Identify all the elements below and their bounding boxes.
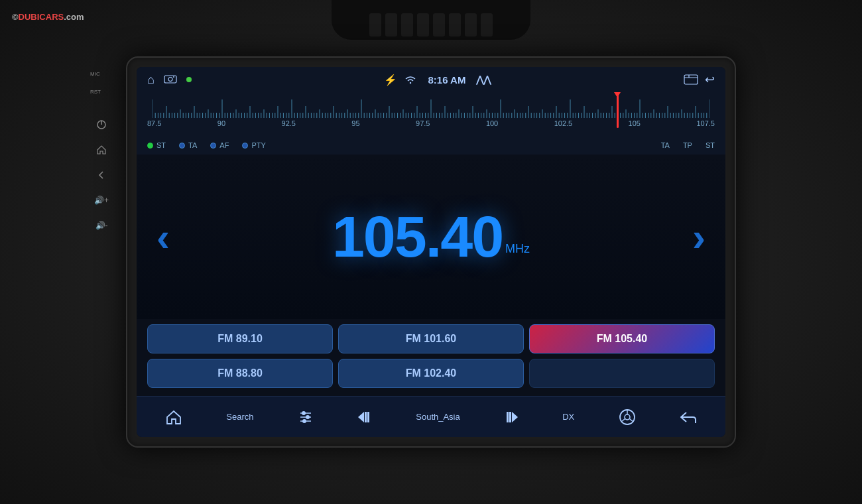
freq-label-95: 95 xyxy=(351,119,359,127)
frequency-labels: 87.5 90 92.5 95 97.5 100 102.5 105 107.5 xyxy=(147,118,715,129)
status-home-icon[interactable]: ⌂ xyxy=(147,73,154,87)
rds-pty-label: PTY xyxy=(251,141,265,149)
volume-up-button[interactable]: 🔊+ xyxy=(94,193,109,208)
frequency-prev-button[interactable]: ‹ xyxy=(156,214,170,260)
toolbar-steering-icon xyxy=(619,409,636,426)
toolbar-search-label: Search xyxy=(226,412,253,422)
time-display: 8:16 AM xyxy=(428,74,465,86)
svg-rect-220 xyxy=(507,412,509,422)
rds-af-label: AF xyxy=(219,141,229,149)
frequency-ruler: 87.5 90 92.5 95 97.5 100 102.5 105 107.5 xyxy=(137,92,725,137)
toolbar-search-button[interactable]: Search xyxy=(221,409,259,424)
freq-label-90: 90 xyxy=(217,119,225,127)
rds-ta-dot xyxy=(179,143,185,149)
svg-marker-215 xyxy=(358,412,364,422)
bluetooth-icon: ⚡ xyxy=(384,74,397,86)
toolbar-region-button[interactable]: South_Asia xyxy=(410,409,465,424)
frequency-main: 105.40MHz xyxy=(332,208,530,266)
rds-bar: ST TA AF PTY TA TP ST xyxy=(137,137,725,155)
head-unit-screen: ⌂ ⚡ xyxy=(137,67,725,437)
status-bar: ⌂ ⚡ xyxy=(137,67,725,92)
toolbar-sliders-icon xyxy=(298,409,314,425)
rds-st-right: ST xyxy=(706,141,715,149)
rds-ta-label: TA xyxy=(188,141,197,149)
rds-ta-right: TA xyxy=(661,141,670,149)
svg-rect-5 xyxy=(684,75,698,84)
rds-af: AF xyxy=(210,141,229,149)
frequency-display: ‹ 105.40MHz › xyxy=(137,155,725,319)
preset-1[interactable]: FM 89.10 xyxy=(147,324,333,353)
svg-line-224 xyxy=(621,418,625,422)
freq-label-975: 97.5 xyxy=(416,119,430,127)
svg-point-4 xyxy=(173,76,174,78)
status-dot xyxy=(186,77,192,82)
preset-6-empty[interactable] xyxy=(529,359,715,388)
power-button[interactable] xyxy=(94,117,109,132)
side-button-group: 🔊+ 🔊- xyxy=(94,97,109,233)
freq-label-925: 92.5 xyxy=(282,119,296,127)
status-camera-icon[interactable] xyxy=(164,74,177,86)
frequency-value: 105.40 xyxy=(332,204,503,269)
svg-rect-2 xyxy=(164,76,176,83)
toolbar-back-icon xyxy=(680,410,697,424)
frequency-needle xyxy=(617,95,619,128)
toolbar-next-button[interactable] xyxy=(499,408,524,426)
side-indicators: MIC RST xyxy=(90,71,101,95)
status-center: ⚡ 8:16 AM ⋀⋀ xyxy=(384,74,491,86)
preset-3-active[interactable]: FM 105.40 xyxy=(529,324,715,353)
svg-point-210 xyxy=(302,411,306,415)
rds-st-dot xyxy=(147,143,153,149)
toolbar-prev-button[interactable] xyxy=(352,408,377,426)
status-back-icon[interactable]: ↩ xyxy=(705,72,715,87)
window-icon[interactable] xyxy=(684,74,698,85)
watermark: ©DUBICARS.com xyxy=(12,12,84,22)
svg-rect-219 xyxy=(509,412,511,422)
toolbar-region-label: South_Asia xyxy=(416,412,460,422)
car-background: ©DUBICARS.com MIC RST xyxy=(0,0,862,504)
vent-top xyxy=(332,0,530,40)
preset-buttons: FM 89.10 FM 101.60 FM 105.40 FM 88.80 FM… xyxy=(137,319,725,396)
rds-st: ST xyxy=(147,141,166,149)
svg-rect-217 xyxy=(367,412,369,422)
toolbar-dx-button[interactable]: DX xyxy=(557,409,580,424)
svg-rect-216 xyxy=(365,412,367,422)
freq-label-105: 105 xyxy=(629,119,641,127)
frequency-unit: MHz xyxy=(505,242,530,255)
toolbar-home-button[interactable] xyxy=(160,407,188,428)
toolbar-steering-button[interactable] xyxy=(613,406,641,428)
ruler-ticks-svg xyxy=(153,95,709,118)
svg-line-225 xyxy=(629,418,633,422)
preset-4[interactable]: FM 88.80 xyxy=(147,359,333,388)
toolbar: Search xyxy=(137,396,725,437)
freq-label-1025: 102.5 xyxy=(554,119,573,127)
volume-down-button[interactable]: 🔊- xyxy=(94,218,109,233)
wifi-icon xyxy=(404,74,417,85)
preset-5[interactable]: FM 102.40 xyxy=(338,359,524,388)
freq-label-875: 87.5 xyxy=(147,119,161,127)
status-left: ⌂ xyxy=(147,73,192,87)
rds-st-label: ST xyxy=(156,141,166,149)
freq-label-1075: 107.5 xyxy=(696,119,715,127)
toolbar-equalizer-button[interactable] xyxy=(292,407,319,428)
rds-pty-dot xyxy=(242,143,248,149)
back-side-button[interactable] xyxy=(94,168,109,182)
toolbar-next-icon xyxy=(504,410,519,424)
svg-point-212 xyxy=(306,415,310,419)
toolbar-home-icon xyxy=(165,409,182,425)
freq-label-100: 100 xyxy=(486,119,498,127)
rds-tp-right: TP xyxy=(683,141,692,149)
signal-arrows-icon: ⋀⋀ xyxy=(476,74,491,85)
rds-ta: TA xyxy=(179,141,197,149)
rds-pty: PTY xyxy=(242,141,265,149)
toolbar-back-button[interactable] xyxy=(674,407,702,427)
svg-marker-218 xyxy=(512,412,518,422)
svg-point-222 xyxy=(625,414,630,420)
svg-point-3 xyxy=(168,77,172,81)
frequency-next-button[interactable]: › xyxy=(692,214,706,260)
head-unit-bezel: MIC RST 🔊+ 🔊- xyxy=(126,56,736,448)
home-side-button[interactable] xyxy=(94,143,109,157)
status-right: ↩ xyxy=(684,72,715,87)
toolbar-dx-label: DX xyxy=(562,412,574,422)
preset-2[interactable]: FM 101.60 xyxy=(338,324,524,353)
toolbar-prev-icon xyxy=(357,410,372,424)
